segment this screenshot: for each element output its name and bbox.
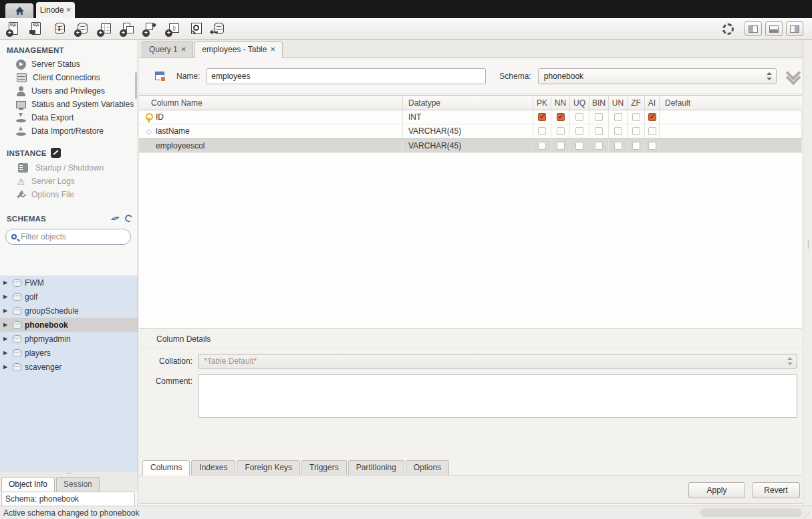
column-name-cell[interactable]: employeescol [139, 139, 403, 152]
grid-header-cell[interactable]: ZF [628, 96, 645, 110]
sidebar-item-options-file[interactable]: Options File [0, 188, 138, 201]
open-sql-script-icon[interactable] [28, 21, 45, 37]
toggle-bottom-panel-icon[interactable] [765, 21, 783, 36]
tab-partitioning[interactable]: Partitioning [348, 460, 404, 475]
create-table-icon[interactable] [96, 21, 114, 37]
create-view-icon[interactable] [119, 21, 136, 37]
close-icon[interactable]: × [66, 7, 72, 13]
toggle-left-sidebar-icon[interactable] [745, 21, 762, 36]
nn-checkbox[interactable] [557, 127, 565, 135]
create-procedure-icon[interactable] [142, 21, 159, 37]
ai-checkbox[interactable] [648, 142, 656, 150]
expand-schemas-icon[interactable] [111, 214, 120, 223]
uq-checkbox[interactable] [575, 127, 583, 135]
expander-icon[interactable]: ▶ [3, 322, 9, 328]
sidebar-splitter[interactable]: ⋯ [0, 472, 138, 476]
expander-icon[interactable]: ▶ [3, 294, 9, 300]
sidebar-item-status-and-system-variables[interactable]: Status and System Variables [0, 98, 138, 111]
expander-icon[interactable]: ▶ [3, 336, 9, 342]
nn-checkbox[interactable] [557, 113, 565, 121]
schema-item-groupschedule[interactable]: ▶groupSchedule [0, 304, 138, 318]
preferences-gear-icon[interactable] [722, 23, 734, 35]
window-resize-grip[interactable]: ⋰ [803, 511, 811, 518]
sidebar-item-users-and-privileges[interactable]: Users and Privileges [0, 84, 138, 98]
pk-checkbox[interactable] [538, 113, 546, 121]
nn-checkbox[interactable] [557, 142, 565, 150]
datatype-cell[interactable]: VARCHAR(45) [403, 139, 533, 152]
create-function-icon[interactable] [164, 21, 182, 37]
schema-filter-box[interactable]: Filter objects [5, 229, 131, 245]
refresh-schemas-icon[interactable] [124, 213, 133, 223]
schema-select[interactable]: phonebook [538, 68, 777, 84]
sidebar-item-server-logs[interactable]: Server Logs [0, 175, 138, 188]
zf-checkbox[interactable] [632, 113, 640, 121]
tab-session[interactable]: Session [56, 477, 100, 492]
column-row-employeescol[interactable]: employeescolVARCHAR(45) [139, 138, 802, 152]
search-table-data-icon[interactable] [187, 21, 205, 37]
grid-header-cell[interactable]: AI [645, 96, 660, 110]
column-row-id[interactable]: IDINT [139, 110, 802, 124]
uq-checkbox[interactable] [575, 142, 583, 150]
connection-tab[interactable]: Linode × [36, 2, 75, 18]
ai-checkbox[interactable] [648, 113, 656, 121]
column-row-lastname[interactable]: lastNameVARCHAR(45) [139, 124, 802, 138]
expander-icon[interactable]: ▶ [3, 350, 9, 356]
toggle-right-sidebar-icon[interactable] [786, 21, 803, 36]
close-icon[interactable]: × [181, 46, 186, 53]
database-info-icon[interactable] [51, 21, 68, 37]
sidebar-item-client-connections[interactable]: Client Connections [0, 71, 138, 84]
schema-item-golf[interactable]: ▶golf [0, 290, 138, 304]
tab-columns[interactable]: Columns [142, 460, 190, 476]
grid-header-cell[interactable]: Default [660, 96, 802, 110]
grid-header-cell[interactable]: BIN [589, 96, 609, 110]
default-cell[interactable] [660, 110, 802, 124]
grid-header-cell[interactable]: UN [609, 96, 628, 110]
column-name-cell[interactable]: lastName [139, 124, 403, 138]
database-sync-icon[interactable] [210, 21, 227, 37]
home-tab[interactable] [5, 3, 33, 18]
column-name-cell[interactable]: ID [139, 110, 403, 124]
zf-checkbox[interactable] [632, 142, 640, 150]
datatype-cell[interactable]: VARCHAR(45) [403, 124, 533, 138]
collation-select[interactable]: *Table Default* [198, 354, 797, 369]
bin-checkbox[interactable] [595, 127, 603, 135]
uq-checkbox[interactable] [575, 113, 583, 121]
pk-checkbox[interactable] [538, 142, 546, 150]
un-checkbox[interactable] [614, 127, 622, 135]
expander-icon[interactable]: ▶ [3, 280, 9, 286]
sidebar-item-startup-shutdown[interactable]: Startup / Shutdown [0, 161, 138, 175]
ai-checkbox[interactable] [648, 127, 656, 135]
new-sql-tab-icon[interactable] [5, 21, 23, 37]
apply-button[interactable]: Apply [688, 482, 745, 498]
un-checkbox[interactable] [614, 142, 622, 150]
bin-checkbox[interactable] [595, 113, 603, 121]
create-schema-icon[interactable] [74, 21, 91, 37]
grid-header-cell[interactable]: Datatype [403, 96, 533, 110]
schema-item-phpmyadmin[interactable]: ▶phpmyadmin [0, 332, 138, 346]
grid-header-cell[interactable]: PK [533, 96, 551, 110]
close-icon[interactable]: × [270, 46, 275, 53]
schema-item-phonebook[interactable]: ▶phonebook [0, 318, 138, 332]
tab-indexes[interactable]: Indexes [191, 460, 235, 475]
expander-icon[interactable]: ▶ [3, 364, 9, 370]
schema-scrollbar[interactable] [135, 72, 137, 99]
default-cell[interactable] [660, 139, 802, 152]
schema-item-players[interactable]: ▶players [0, 346, 138, 360]
tab-employees-table[interactable]: employees - Table × [194, 41, 283, 58]
vertical-splitter-grip[interactable]: ⋮⋮⋮ [805, 241, 811, 249]
sidebar-item-server-status[interactable]: Server Status [0, 58, 138, 71]
revert-button[interactable]: Revert [752, 482, 800, 498]
tab-object-info[interactable]: Object Info [1, 477, 55, 492]
datatype-cell[interactable]: INT [403, 110, 533, 124]
tab-query-1[interactable]: Query 1 × [142, 41, 193, 58]
schema-item-fwm[interactable]: ▶FWM [0, 276, 138, 290]
un-checkbox[interactable] [614, 113, 622, 121]
table-name-input[interactable] [207, 68, 486, 84]
comment-textarea[interactable] [198, 374, 797, 418]
grid-header-cell[interactable]: UQ [570, 96, 589, 110]
grid-header-cell[interactable]: NN [551, 96, 570, 110]
bin-checkbox[interactable] [595, 142, 603, 150]
pk-checkbox[interactable] [538, 127, 546, 135]
chevron-double-down-icon[interactable] [786, 69, 801, 84]
expander-icon[interactable]: ▶ [3, 308, 9, 314]
